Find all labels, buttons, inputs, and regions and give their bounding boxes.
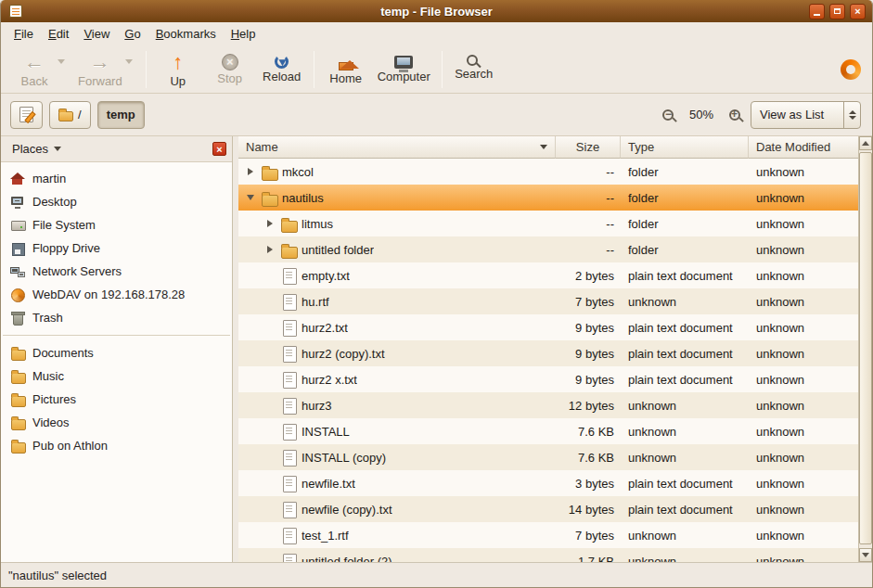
view-mode-label: View as List xyxy=(760,108,824,121)
stop-button[interactable]: Stop xyxy=(204,52,256,87)
expander-icon[interactable] xyxy=(263,220,277,227)
table-row[interactable]: hu.rtf 7 bytes unknown unknown xyxy=(238,288,858,314)
search-button[interactable]: Search xyxy=(448,56,500,83)
file-size: 7.6 KB xyxy=(556,418,621,444)
file-type: unknown xyxy=(621,548,749,562)
table-row[interactable]: litmus -- folder unknown xyxy=(238,211,858,236)
computer-button[interactable]: Computer xyxy=(372,54,436,85)
reload-icon xyxy=(275,55,289,69)
places-dropdown[interactable]: Places xyxy=(6,140,67,158)
sidebar-item-pub-on-athlon[interactable]: Pub on Athlon xyxy=(1,434,232,457)
scroll-down-button[interactable] xyxy=(859,548,872,562)
status-bar: "nautilus" selected xyxy=(1,562,872,587)
file-type: unknown xyxy=(621,522,749,548)
table-row[interactable]: test_1.rtf 7 bytes unknown unknown xyxy=(238,522,858,548)
root-folder-button[interactable]: / xyxy=(49,101,91,129)
table-row[interactable]: hurz3 12 bytes unknown unknown xyxy=(238,392,858,418)
dropdown-arrow-icon[interactable] xyxy=(125,59,133,64)
table-row[interactable]: hurz2 x.txt 9 bytes plain text document … xyxy=(238,366,858,392)
column-header-date-modified[interactable]: Date Modified xyxy=(749,136,858,159)
table-row[interactable]: nautilus -- folder unknown xyxy=(238,185,858,211)
file-type: unknown xyxy=(621,418,749,444)
view-mode-select[interactable]: View as List xyxy=(751,101,861,129)
current-folder-button[interactable]: temp xyxy=(97,101,145,129)
toolbar-label: Search xyxy=(455,67,493,81)
reload-button[interactable]: Reload xyxy=(256,53,308,85)
up-button[interactable]: Up xyxy=(152,49,204,90)
zoom-in-icon xyxy=(729,109,740,121)
zoom-out-button[interactable] xyxy=(659,106,677,124)
expander-icon[interactable] xyxy=(243,195,258,200)
sidebar-item-network-servers[interactable]: Network Servers xyxy=(1,260,232,283)
sidebar-item-music[interactable]: Music xyxy=(1,364,232,388)
home-button[interactable]: Home xyxy=(320,52,372,87)
table-row[interactable]: mkcol -- folder unknown xyxy=(238,159,858,185)
vertical-scrollbar[interactable] xyxy=(858,136,872,562)
sidebar-item-webdav-on-192-168-178-28[interactable]: WebDAV on 192.168.178.28 xyxy=(1,283,232,306)
table-row[interactable]: INSTALL 7.6 KB unknown unknown xyxy=(238,418,858,444)
sidebar-item-trash[interactable]: Trash xyxy=(1,306,232,329)
table-row[interactable]: hurz2.txt 9 bytes plain text document un… xyxy=(238,314,858,340)
chevron-down-icon xyxy=(54,147,61,151)
zoom-in-button[interactable] xyxy=(725,106,744,124)
home-icon xyxy=(339,62,353,70)
sidebar-item-pictures[interactable]: Pictures xyxy=(1,388,232,411)
name-cell: INSTALL (copy) xyxy=(238,444,556,470)
table-row[interactable]: newfile (copy).txt 14 bytes plain text d… xyxy=(238,496,858,522)
minimize-button[interactable] xyxy=(809,4,825,19)
scroll-up-button[interactable] xyxy=(859,136,872,150)
name-cell: nautilus xyxy=(238,185,556,211)
menu-item-help[interactable]: Help xyxy=(224,24,263,44)
sidebar-item-documents[interactable]: Documents xyxy=(1,341,232,364)
maximize-button[interactable] xyxy=(829,4,845,19)
table-row[interactable]: hurz2 (copy).txt 9 bytes plain text docu… xyxy=(238,340,858,366)
webdav-icon xyxy=(10,288,25,302)
file-name: hurz2 (copy).txt xyxy=(302,347,385,361)
file-name: empty.txt xyxy=(302,269,350,283)
toolbar-label: Up xyxy=(170,74,186,88)
file-modified: unknown xyxy=(749,548,858,562)
menu-item-go[interactable]: Go xyxy=(117,24,148,44)
sidebar-item-desktop[interactable]: Desktop xyxy=(1,190,232,213)
file-size: 7.6 KB xyxy=(556,444,621,470)
expander-icon[interactable] xyxy=(243,168,258,175)
back-button[interactable]: Back xyxy=(8,49,72,90)
file-name: hu.rtf xyxy=(302,295,329,309)
file-name: hurz2 x.txt xyxy=(302,373,357,387)
table-row[interactable]: empty.txt 2 bytes plain text document un… xyxy=(238,262,858,288)
file-modified: unknown xyxy=(749,496,858,522)
menu-item-view[interactable]: View xyxy=(76,24,117,44)
toolbar-separator xyxy=(146,51,147,88)
place-label: Music xyxy=(32,369,64,383)
table-row[interactable]: INSTALL (copy) 7.6 KB unknown unknown xyxy=(238,444,858,470)
sidebar-item-videos[interactable]: Videos xyxy=(1,411,232,434)
edit-location-button[interactable] xyxy=(10,101,43,129)
close-button[interactable]: × xyxy=(850,4,866,19)
menu-item-file[interactable]: File xyxy=(6,24,41,44)
sidebar-item-martin[interactable]: martin xyxy=(1,167,232,190)
sidebar-item-floppy-drive[interactable]: Floppy Drive xyxy=(1,236,232,260)
folder-icon xyxy=(10,369,25,384)
folder-icon xyxy=(262,163,278,180)
sidebar-close-button[interactable]: × xyxy=(212,142,226,156)
file-modified: unknown xyxy=(749,470,858,496)
column-header-size[interactable]: Size xyxy=(556,136,621,159)
forward-button[interactable]: Forward xyxy=(72,49,140,90)
column-header-name[interactable]: Name xyxy=(238,136,556,159)
file-modified: unknown xyxy=(749,185,858,211)
table-row[interactable]: untitled folder -- folder unknown xyxy=(238,236,858,262)
dropdown-arrow-icon[interactable] xyxy=(58,59,65,64)
table-row[interactable]: newfile.txt 3 bytes plain text document … xyxy=(238,470,858,496)
column-header-type[interactable]: Type xyxy=(621,136,749,159)
scrollbar-thumb[interactable] xyxy=(859,152,872,544)
place-label: Documents xyxy=(32,346,94,360)
menu-item-edit[interactable]: Edit xyxy=(41,24,76,44)
title-bar[interactable]: temp - File Browser × xyxy=(1,0,872,22)
maximize-icon xyxy=(834,8,841,14)
place-label: Pub on Athlon xyxy=(32,439,108,453)
table-row[interactable]: untitled folder (2) 1.7 KB unknown unkno… xyxy=(238,548,858,562)
name-cell: mkcol xyxy=(238,159,556,185)
expander-icon[interactable] xyxy=(263,246,277,253)
sidebar-item-file-system[interactable]: File System xyxy=(1,213,232,236)
menu-item-bookmarks[interactable]: Bookmarks xyxy=(148,24,224,44)
